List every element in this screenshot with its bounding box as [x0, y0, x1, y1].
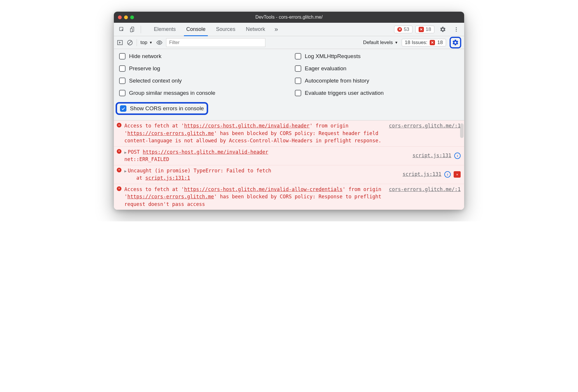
issue-square-icon: ✕	[419, 27, 424, 32]
minimize-window-button[interactable]	[124, 15, 128, 19]
initiator-icon[interactable]: ↕	[454, 153, 461, 159]
svg-point-3	[456, 27, 457, 28]
checkbox-checked-icon	[120, 105, 126, 112]
issue-flag-icon[interactable]: ✕	[454, 171, 461, 178]
setting-autocomplete-history[interactable]: Autocomplete from history	[295, 78, 459, 84]
console-settings-panel: Hide network Log XMLHttpRequests Preserv…	[114, 49, 464, 120]
titlebar: DevTools - cors-errors.glitch.me/	[114, 12, 464, 23]
issues-count: 18	[426, 27, 431, 32]
issues-count: 18	[437, 40, 443, 46]
checkbox-icon	[295, 53, 301, 60]
more-tabs-icon[interactable]: »	[274, 26, 278, 33]
panel-tabs: Elements Console Sources Network	[149, 23, 270, 36]
setting-label: Autocomplete from history	[305, 78, 369, 84]
console-log-area: ✕ Access to fetch at 'https://cors-host.…	[114, 120, 464, 210]
context-selector[interactable]: top ▼	[140, 40, 153, 46]
log-message: Access to fetch at 'https://cors-host.gl…	[124, 122, 386, 145]
setting-preserve-log[interactable]: Preserve log	[119, 65, 283, 72]
error-icon: ✕	[117, 123, 121, 127]
issues-pill[interactable]: 18 Issues: ✕ 18	[402, 39, 446, 46]
issues-label: 18 Issues:	[405, 40, 428, 46]
setting-hide-network[interactable]: Hide network	[119, 53, 283, 60]
tab-sources[interactable]: Sources	[211, 23, 241, 36]
dropdown-triangle-icon: ▼	[395, 41, 398, 45]
setting-group-similar[interactable]: Group similar messages in console	[119, 90, 283, 96]
checkbox-icon	[119, 90, 126, 96]
setting-selected-context[interactable]: Selected context only	[119, 78, 283, 84]
dropdown-triangle-icon: ▼	[149, 41, 153, 45]
issues-badge[interactable]: ✕ 18	[415, 26, 434, 33]
log-entry[interactable]: ✕ Access to fetch at 'https://cors-host.…	[114, 120, 464, 147]
scrollbar-thumb[interactable]	[460, 123, 464, 138]
window-title: DevTools - cors-errors.glitch.me/	[255, 15, 323, 20]
close-window-button[interactable]	[118, 15, 122, 19]
console-subtoolbar: top ▼ Default levels ▼ 18 Issues: ✕ 18	[114, 36, 464, 49]
context-label: top	[140, 40, 147, 46]
clear-console-icon[interactable]	[127, 39, 133, 46]
log-message: ▶POST https://cors-host.glitch.me/invali…	[124, 148, 410, 163]
tab-label: Network	[246, 26, 265, 32]
setting-label: Log XMLHttpRequests	[305, 53, 361, 60]
levels-label: Default levels	[363, 40, 393, 46]
tab-label: Elements	[154, 26, 176, 32]
log-source-link[interactable]: cors-errors.glitch.me/:1	[389, 122, 461, 145]
svg-point-5	[456, 31, 457, 32]
log-entry[interactable]: ✕ ▶Uncaught (in promise) TypeError: Fail…	[114, 165, 464, 184]
setting-label: Hide network	[129, 53, 161, 60]
log-entry[interactable]: ✕ Access to fetch at 'https://cors-host.…	[114, 184, 464, 210]
tab-console[interactable]: Console	[181, 23, 211, 36]
traffic-lights	[118, 15, 134, 19]
setting-label: Evaluate triggers user activation	[305, 90, 384, 96]
settings-gear-icon[interactable]	[438, 24, 448, 34]
tab-network[interactable]: Network	[241, 23, 270, 36]
log-source-link[interactable]: cors-errors.glitch.me/:1	[389, 186, 461, 208]
setting-label: Selected context only	[129, 78, 182, 84]
main-toolbar: Elements Console Sources Network » ✕ 53 …	[114, 23, 464, 36]
setting-eager-eval[interactable]: Eager evaluation	[295, 65, 459, 72]
initiator-icon[interactable]: ↕	[444, 171, 451, 178]
divider	[141, 26, 141, 33]
setting-show-cors-errors[interactable]: Show CORS errors in console	[116, 102, 208, 115]
divider	[137, 39, 137, 46]
svg-rect-2	[130, 28, 133, 32]
log-source-link[interactable]: script.js:131	[412, 152, 451, 160]
expand-triangle-icon[interactable]: ▶	[124, 169, 127, 173]
checkbox-icon	[295, 65, 301, 72]
inspect-element-icon[interactable]	[117, 24, 127, 34]
errors-badge[interactable]: ✕ 53	[394, 26, 412, 33]
log-message: ▶Uncaught (in promise) TypeError: Failed…	[124, 167, 400, 182]
toggle-drawer-icon[interactable]	[117, 39, 123, 46]
svg-point-4	[456, 29, 457, 30]
log-source-link[interactable]: script.js:131	[403, 171, 441, 178]
errors-count: 53	[404, 27, 409, 32]
setting-log-xhr[interactable]: Log XMLHttpRequests	[295, 53, 459, 60]
filter-input[interactable]	[166, 38, 265, 47]
devtools-window: DevTools - cors-errors.glitch.me/ Elemen…	[114, 12, 464, 210]
setting-eval-user-activation[interactable]: Evaluate triggers user activation	[295, 90, 459, 96]
error-icon: ✕	[117, 149, 121, 154]
console-settings-gear-icon[interactable]	[450, 37, 461, 48]
setting-label: Eager evaluation	[305, 65, 347, 72]
checkbox-icon	[119, 78, 126, 84]
issue-square-icon: ✕	[430, 40, 435, 45]
setting-label: Preserve log	[129, 65, 160, 72]
expand-triangle-icon[interactable]: ▶	[124, 150, 127, 155]
setting-label: Group similar messages in console	[129, 90, 215, 96]
svg-point-9	[159, 42, 160, 43]
tab-label: Sources	[216, 26, 235, 32]
zoom-window-button[interactable]	[130, 15, 134, 19]
error-icon: ✕	[117, 168, 121, 172]
log-entry[interactable]: ✕ ▶POST https://cors-host.glitch.me/inva…	[114, 147, 464, 165]
tab-label: Console	[186, 26, 206, 32]
live-expression-icon[interactable]	[156, 39, 163, 46]
log-levels-selector[interactable]: Default levels ▼	[363, 40, 398, 46]
svg-line-8	[128, 41, 132, 44]
kebab-menu-icon[interactable]	[451, 24, 461, 34]
checkbox-icon	[295, 78, 301, 84]
setting-label: Show CORS errors in console	[130, 105, 204, 112]
device-toolbar-icon[interactable]	[128, 24, 138, 34]
checkbox-icon	[119, 65, 126, 72]
tab-elements[interactable]: Elements	[149, 23, 181, 36]
log-message: Access to fetch at 'https://cors-host.gl…	[124, 186, 386, 208]
checkbox-icon	[119, 53, 126, 60]
